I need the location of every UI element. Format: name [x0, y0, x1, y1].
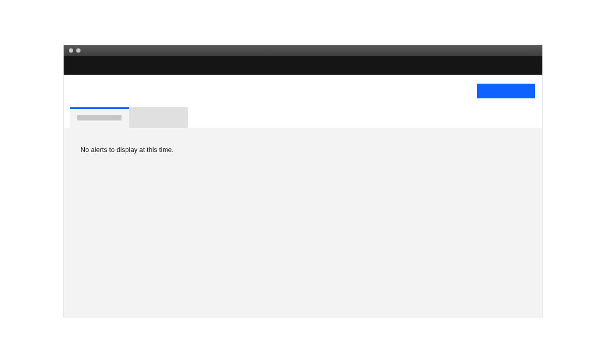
empty-state-message: No alerts to display at this time.	[80, 146, 526, 154]
tab-0[interactable]	[70, 107, 129, 128]
window-minimize-icon[interactable]	[76, 48, 80, 53]
app-header	[64, 56, 542, 75]
window-close-icon[interactable]	[69, 48, 73, 53]
tab-strip	[64, 107, 542, 128]
content-area: No alerts to display at this time.	[64, 128, 542, 318]
action-bar	[64, 75, 542, 107]
app-window: No alerts to display at this time.	[63, 45, 543, 318]
tab-0-label	[77, 115, 122, 120]
primary-action-button[interactable]	[477, 84, 535, 98]
window-titlebar	[64, 45, 542, 56]
tab-1[interactable]	[129, 107, 188, 128]
